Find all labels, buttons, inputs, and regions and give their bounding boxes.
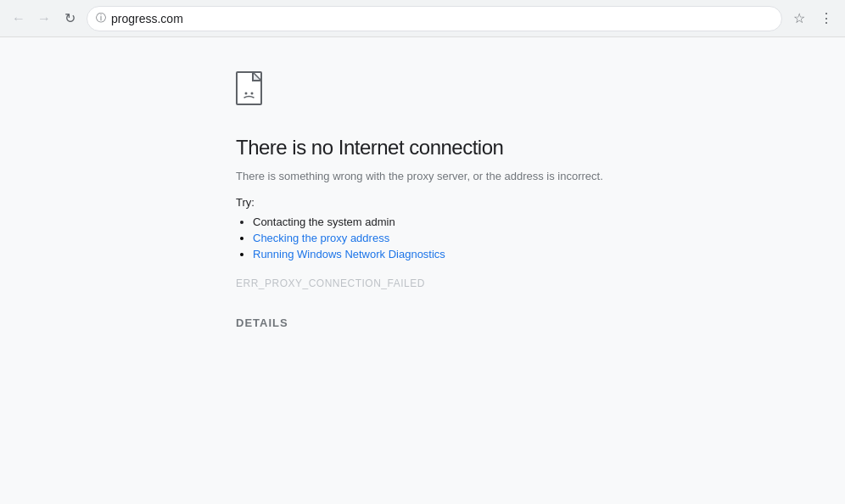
error-title: There is no Internet connection xyxy=(236,136,660,160)
try-list: Contacting the system admin Checking the… xyxy=(236,216,660,260)
nav-buttons: ← → ↻ xyxy=(7,7,81,31)
star-icon: ☆ xyxy=(793,10,805,26)
reload-button[interactable]: ↻ xyxy=(58,7,81,31)
error-icon xyxy=(236,71,660,115)
back-icon: ← xyxy=(12,11,25,26)
error-container: There is no Internet connection There is… xyxy=(168,71,677,330)
back-button[interactable]: ← xyxy=(7,7,31,31)
error-subtitle: There is something wrong with the proxy … xyxy=(236,170,660,182)
sad-file-icon xyxy=(236,71,270,112)
toolbar-right: ☆ ⋮ xyxy=(787,7,838,31)
forward-icon: → xyxy=(37,11,51,26)
url-input[interactable] xyxy=(111,12,773,25)
suggestion-item-3[interactable]: Running Windows Network Diagnostics xyxy=(253,248,660,260)
check-proxy-link[interactable]: Checking the proxy address xyxy=(253,232,389,244)
details-button[interactable]: DETAILS xyxy=(236,316,288,329)
reload-icon: ↻ xyxy=(64,10,76,26)
menu-icon: ⋮ xyxy=(820,10,833,26)
svg-point-1 xyxy=(245,92,248,95)
svg-point-2 xyxy=(251,92,254,95)
menu-button[interactable]: ⋮ xyxy=(814,7,838,31)
suggestion-item-2[interactable]: Checking the proxy address xyxy=(253,232,660,244)
error-code: ERR_PROXY_CONNECTION_FAILED xyxy=(236,277,660,289)
run-diagnostics-link[interactable]: Running Windows Network Diagnostics xyxy=(253,248,445,260)
star-button[interactable]: ☆ xyxy=(787,7,811,31)
browser-toolbar: ← → ↻ ⓘ ☆ ⋮ xyxy=(0,0,845,37)
lock-icon: ⓘ xyxy=(96,11,106,25)
address-bar[interactable]: ⓘ xyxy=(87,6,782,31)
page-content: There is no Internet connection There is… xyxy=(0,37,845,504)
forward-button[interactable]: → xyxy=(32,7,56,31)
try-label: Try: xyxy=(236,196,660,209)
suggestion-item-1: Contacting the system admin xyxy=(253,216,660,228)
